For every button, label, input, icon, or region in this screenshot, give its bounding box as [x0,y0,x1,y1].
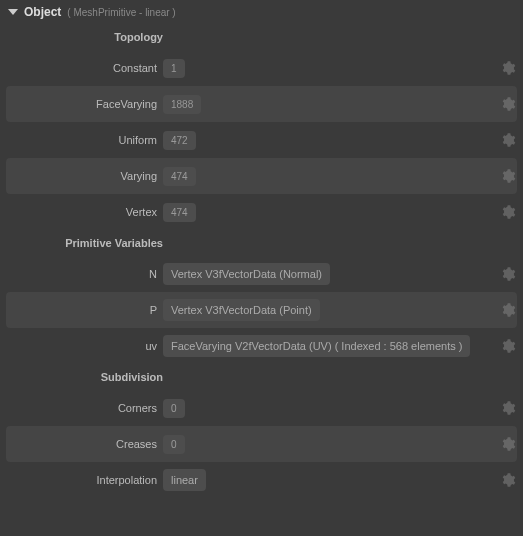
gear-icon[interactable] [499,301,517,319]
row-varying: Varying 474 [6,158,517,194]
gear-icon[interactable] [499,471,517,489]
panel-title: Object [24,5,61,19]
row-creases: Creases 0 [6,426,517,462]
section-subdivision-title: Subdivision [0,364,163,390]
gear-icon[interactable] [499,435,517,453]
label-varying: Varying [6,170,163,182]
value-interpolation: linear [163,469,206,491]
value-n: Vertex V3fVectorData (Normal) [163,263,330,285]
label-uv: uv [0,340,163,352]
value-corners: 0 [163,399,185,418]
gear-icon[interactable] [499,167,517,185]
label-p: P [6,304,163,316]
label-creases: Creases [6,438,163,450]
gear-icon[interactable] [499,131,517,149]
gear-icon[interactable] [499,337,517,355]
panel-subtitle: ( MeshPrimitive - linear ) [67,7,175,18]
row-p: P Vertex V3fVectorData (Point) [6,292,517,328]
row-corners: Corners 0 [0,390,523,426]
value-facevarying: 1888 [163,95,201,114]
row-constant: Constant 1 [0,50,523,86]
label-facevarying: FaceVarying [6,98,163,110]
row-n: N Vertex V3fVectorData (Normal) [0,256,523,292]
label-vertex: Vertex [0,206,163,218]
value-constant: 1 [163,59,185,78]
value-uniform: 472 [163,131,196,150]
value-creases: 0 [163,435,185,454]
value-varying: 474 [163,167,196,186]
gear-icon[interactable] [499,59,517,77]
value-vertex: 474 [163,203,196,222]
label-interpolation: Interpolation [0,474,163,486]
label-corners: Corners [0,402,163,414]
value-uv: FaceVarying V2fVectorData (UV) ( Indexed… [163,335,470,357]
label-uniform: Uniform [0,134,163,146]
value-p: Vertex V3fVectorData (Point) [163,299,320,321]
section-primvars-title: Primitive Variables [0,230,163,256]
collapse-icon[interactable] [8,9,18,15]
row-uniform: Uniform 472 [0,122,523,158]
row-facevarying: FaceVarying 1888 [6,86,517,122]
gear-icon[interactable] [499,265,517,283]
row-vertex: Vertex 474 [0,194,523,230]
row-uv: uv FaceVarying V2fVectorData (UV) ( Inde… [0,328,523,364]
gear-icon[interactable] [499,203,517,221]
row-interpolation: Interpolation linear [0,462,523,498]
label-constant: Constant [0,62,163,74]
section-topology-title: Topology [0,24,163,50]
gear-icon[interactable] [499,399,517,417]
label-n: N [0,268,163,280]
panel-header: Object ( MeshPrimitive - linear ) [0,0,523,24]
gear-icon[interactable] [499,95,517,113]
